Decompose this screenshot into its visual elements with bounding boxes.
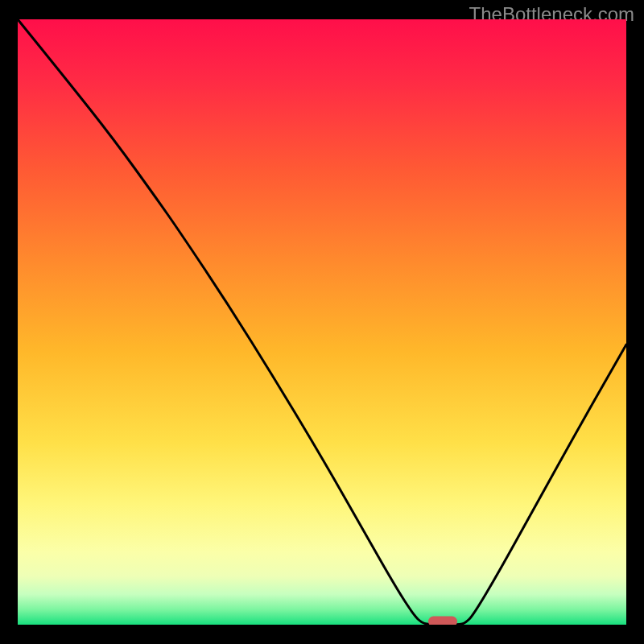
chart-stage: TheBottleneck.com	[0, 0, 644, 644]
plot-area	[18, 19, 626, 625]
bottleneck-curve	[18, 19, 626, 625]
curve-svg	[18, 19, 626, 625]
optimal-marker	[428, 617, 457, 625]
